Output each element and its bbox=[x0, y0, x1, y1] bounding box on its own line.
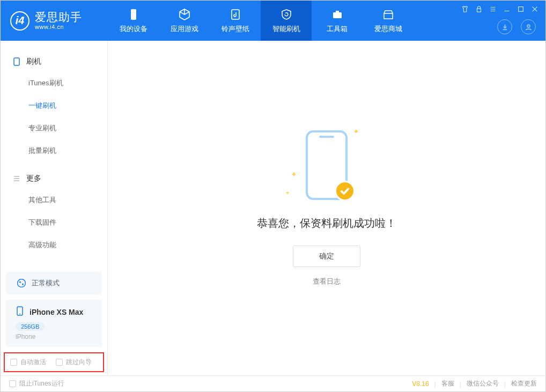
window-controls bbox=[461, 5, 539, 13]
mode-box[interactable]: 正常模式 bbox=[6, 272, 102, 294]
device-name: iPhone XS Max bbox=[29, 308, 83, 316]
music-file-icon bbox=[228, 8, 242, 21]
sidebar-item-download[interactable]: 下载固件 bbox=[1, 211, 107, 234]
tab-shop[interactable]: 爱思商城 bbox=[363, 1, 414, 41]
footer-right: V8.16 | 客服 | 微信公众号 | 检查更新 bbox=[412, 379, 537, 388]
store-icon bbox=[381, 8, 395, 21]
sidebar-nav: 刷机 iTunes刷机 一键刷机 专业刷机 批量刷机 更多 其他工具 下载固件 … bbox=[1, 41, 107, 272]
shield-refresh-icon bbox=[279, 8, 293, 21]
toolbox-icon bbox=[330, 8, 344, 21]
phone-icon bbox=[127, 8, 141, 21]
svg-rect-0 bbox=[131, 9, 136, 20]
svg-point-8 bbox=[18, 279, 26, 287]
checkbox-label: 自动激活 bbox=[20, 358, 46, 367]
view-log-link[interactable]: 查看日志 bbox=[313, 277, 341, 286]
svg-rect-2 bbox=[333, 12, 342, 18]
separator: | bbox=[504, 380, 506, 388]
close-icon[interactable] bbox=[530, 5, 539, 13]
tab-apps-games[interactable]: 应用游戏 bbox=[159, 1, 210, 41]
header-actions bbox=[497, 19, 536, 34]
brand-url: www.i4.cn bbox=[35, 24, 82, 31]
footer-left: 阻止iTunes运行 bbox=[9, 379, 64, 388]
checkbox-auto-activate[interactable]: 自动激活 bbox=[10, 358, 46, 367]
tab-toolbox[interactable]: 工具箱 bbox=[312, 1, 363, 41]
svg-point-10 bbox=[22, 283, 24, 285]
tab-label: 我的设备 bbox=[120, 24, 147, 34]
checkbox-block-itunes[interactable]: 阻止iTunes运行 bbox=[9, 379, 64, 388]
lock-icon[interactable] bbox=[475, 5, 483, 13]
sidebar-section-flash: 刷机 iTunes刷机 一键刷机 专业刷机 批量刷机 bbox=[1, 51, 107, 162]
svg-rect-7 bbox=[14, 58, 19, 65]
main-content: ✦ ✦ ✦ 恭喜您，保资料刷机成功啦！ 确定 查看日志 bbox=[108, 41, 545, 375]
device-subtype: iPhone bbox=[16, 333, 92, 341]
sidebar-header-flash[interactable]: 刷机 bbox=[1, 51, 107, 72]
ok-button[interactable]: 确定 bbox=[293, 246, 360, 267]
check-badge-icon bbox=[335, 181, 355, 201]
checkbox-label: 阻止iTunes运行 bbox=[19, 379, 64, 388]
tab-my-device[interactable]: 我的设备 bbox=[108, 1, 159, 41]
svg-rect-4 bbox=[477, 9, 481, 12]
status-bar: 阻止iTunes运行 V8.16 | 客服 | 微信公众号 | 检查更新 bbox=[1, 375, 545, 391]
sidebar-item-batch[interactable]: 批量刷机 bbox=[1, 139, 107, 162]
logo-icon: i4 bbox=[10, 11, 29, 31]
list-icon bbox=[12, 174, 21, 183]
svg-rect-1 bbox=[232, 10, 239, 19]
sidebar-item-itunes[interactable]: iTunes刷机 bbox=[1, 72, 107, 94]
mode-icon bbox=[17, 278, 26, 288]
wechat-link[interactable]: 微信公众号 bbox=[467, 379, 499, 388]
separator: | bbox=[434, 380, 436, 388]
cube-icon bbox=[178, 8, 191, 21]
sidebar-item-advanced[interactable]: 高级功能 bbox=[1, 234, 107, 256]
sparkle-icon: ✦ bbox=[285, 190, 290, 196]
checkbox-label: 跳过向导 bbox=[66, 358, 92, 367]
success-title: 恭喜您，保资料刷机成功啦！ bbox=[257, 216, 396, 231]
main-tabs: 我的设备 应用游戏 铃声壁纸 智能刷机 工具箱 爱思商城 bbox=[108, 1, 414, 41]
svg-point-9 bbox=[19, 281, 21, 283]
maximize-icon[interactable] bbox=[517, 5, 525, 13]
version-label: V8.16 bbox=[412, 380, 429, 388]
mode-label: 正常模式 bbox=[32, 278, 60, 288]
success-illustration: ✦ ✦ ✦ bbox=[306, 130, 348, 200]
sidebar-header-label: 更多 bbox=[26, 174, 41, 183]
sidebar-section-more: 更多 其他工具 下载固件 高级功能 bbox=[1, 168, 107, 256]
support-link[interactable]: 客服 bbox=[441, 379, 454, 388]
app-body: 刷机 iTunes刷机 一键刷机 专业刷机 批量刷机 更多 其他工具 下载固件 … bbox=[1, 41, 545, 375]
sidebar-item-other[interactable]: 其他工具 bbox=[1, 189, 107, 211]
check-update-link[interactable]: 检查更新 bbox=[511, 379, 537, 388]
tab-smart-flash[interactable]: 智能刷机 bbox=[261, 1, 312, 41]
checkbox-icon bbox=[56, 359, 63, 366]
checkbox-skip-guide[interactable]: 跳过向导 bbox=[56, 358, 92, 367]
sidebar-item-pro[interactable]: 专业刷机 bbox=[1, 117, 107, 139]
device-phone-icon bbox=[16, 306, 24, 318]
logo-text: 爱思助手 www.i4.cn bbox=[35, 11, 82, 31]
options-highlighted-box: 自动激活 跳过向导 bbox=[4, 352, 104, 372]
sidebar-bottom: 正常模式 iPhone XS Max 256GB iPhone 自动激活 跳过向… bbox=[1, 272, 107, 375]
sparkle-icon: ✦ bbox=[291, 170, 297, 179]
sidebar-item-oneclick[interactable]: 一键刷机 bbox=[1, 94, 107, 117]
tab-label: 工具箱 bbox=[327, 24, 348, 34]
logo-area: i4 爱思助手 www.i4.cn bbox=[1, 11, 108, 31]
svg-rect-3 bbox=[336, 11, 339, 12]
tab-label: 智能刷机 bbox=[272, 24, 300, 34]
tab-label: 爱思商城 bbox=[374, 24, 402, 34]
tab-ringtones[interactable]: 铃声壁纸 bbox=[210, 1, 261, 41]
menu-icon[interactable] bbox=[489, 5, 497, 13]
tshirt-icon[interactable] bbox=[461, 5, 469, 13]
sparkle-icon: ✦ bbox=[353, 127, 359, 136]
device-box[interactable]: iPhone XS Max 256GB iPhone bbox=[6, 300, 102, 347]
checkbox-icon bbox=[9, 380, 16, 387]
tab-label: 应用游戏 bbox=[171, 24, 198, 34]
download-icon[interactable] bbox=[497, 19, 512, 34]
separator: | bbox=[460, 380, 461, 388]
minimize-icon[interactable] bbox=[503, 5, 511, 13]
svg-rect-5 bbox=[519, 7, 523, 12]
device-small-icon bbox=[12, 57, 21, 66]
app-header: i4 爱思助手 www.i4.cn 我的设备 应用游戏 铃声壁纸 智能刷机 工具… bbox=[1, 1, 545, 41]
brand-name: 爱思助手 bbox=[35, 11, 82, 24]
svg-point-12 bbox=[19, 314, 20, 315]
sidebar: 刷机 iTunes刷机 一键刷机 专业刷机 批量刷机 更多 其他工具 下载固件 … bbox=[1, 41, 108, 375]
sidebar-header-more[interactable]: 更多 bbox=[1, 168, 107, 189]
user-icon[interactable] bbox=[521, 19, 536, 34]
sidebar-header-label: 刷机 bbox=[26, 57, 41, 66]
device-capacity-badge: 256GB bbox=[16, 322, 45, 331]
